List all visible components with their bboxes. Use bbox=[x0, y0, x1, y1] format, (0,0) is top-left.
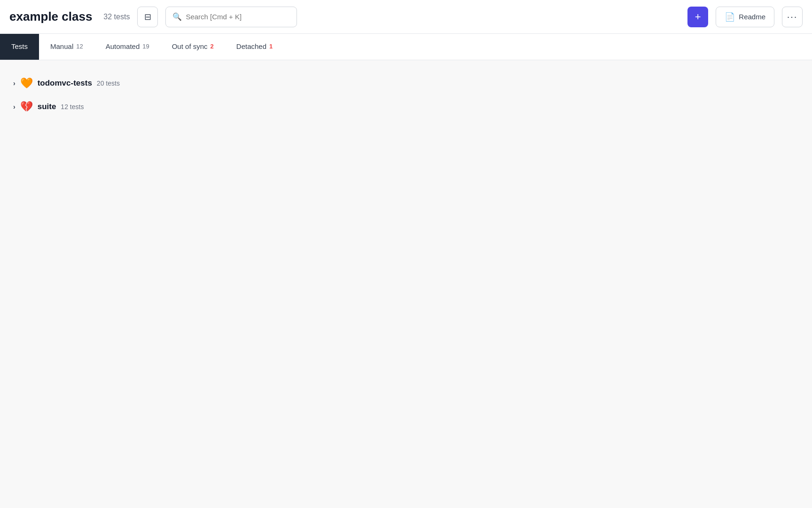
tab-out-of-sync-label: Out of sync bbox=[172, 42, 208, 50]
suite-emoji: 🧡 bbox=[20, 77, 33, 89]
tabs-bar: Tests Manual 12 Automated 19 Out of sync… bbox=[0, 34, 812, 60]
suite-test-count: 20 tests bbox=[97, 79, 120, 87]
readme-icon: 📄 bbox=[725, 12, 735, 22]
suite-name: todomvc-tests bbox=[38, 79, 92, 88]
tab-out-of-sync[interactable]: Out of sync 2 bbox=[161, 34, 225, 60]
header: example class 32 tests ⊟ 🔍 + 📄 Readme ··… bbox=[0, 0, 812, 34]
chevron-right-icon: › bbox=[13, 103, 16, 111]
search-icon: 🔍 bbox=[172, 12, 182, 21]
suite-row[interactable]: › 💔 suite 12 tests bbox=[9, 95, 803, 119]
suite-row[interactable]: › 🧡 todomvc-tests 20 tests bbox=[9, 71, 803, 95]
search-input[interactable] bbox=[186, 13, 280, 21]
suite-test-count: 12 tests bbox=[61, 103, 84, 111]
test-count-badge: 32 tests bbox=[103, 13, 130, 21]
readme-button[interactable]: 📄 Readme bbox=[716, 7, 774, 27]
chevron-right-icon: › bbox=[13, 79, 16, 87]
search-bar: 🔍 bbox=[165, 7, 297, 27]
tab-automated[interactable]: Automated 19 bbox=[94, 34, 161, 60]
tab-manual[interactable]: Manual 12 bbox=[39, 34, 94, 60]
add-button[interactable]: + bbox=[687, 7, 708, 27]
ellipsis-icon: ··· bbox=[787, 11, 798, 22]
tab-detached[interactable]: Detached 1 bbox=[225, 34, 284, 60]
suite-emoji: 💔 bbox=[20, 101, 33, 113]
tab-automated-count: 19 bbox=[142, 43, 149, 50]
page-title: example class bbox=[9, 9, 92, 24]
tab-tests[interactable]: Tests bbox=[0, 34, 39, 60]
tab-out-of-sync-count: 2 bbox=[211, 43, 214, 50]
tab-detached-count: 1 bbox=[269, 43, 273, 50]
tab-manual-count: 12 bbox=[76, 43, 83, 50]
filter-button[interactable]: ⊟ bbox=[137, 7, 158, 27]
tab-tests-label: Tests bbox=[11, 42, 28, 50]
tab-detached-label: Detached bbox=[236, 42, 266, 50]
suite-name: suite bbox=[38, 102, 56, 111]
filter-icon: ⊟ bbox=[144, 12, 151, 22]
content-area: › 🧡 todomvc-tests 20 tests › 💔 suite 12 … bbox=[0, 60, 812, 508]
tab-automated-label: Automated bbox=[106, 42, 140, 50]
readme-label: Readme bbox=[739, 13, 765, 21]
more-options-button[interactable]: ··· bbox=[782, 7, 803, 27]
plus-icon: + bbox=[695, 11, 701, 23]
tab-manual-label: Manual bbox=[50, 42, 73, 50]
